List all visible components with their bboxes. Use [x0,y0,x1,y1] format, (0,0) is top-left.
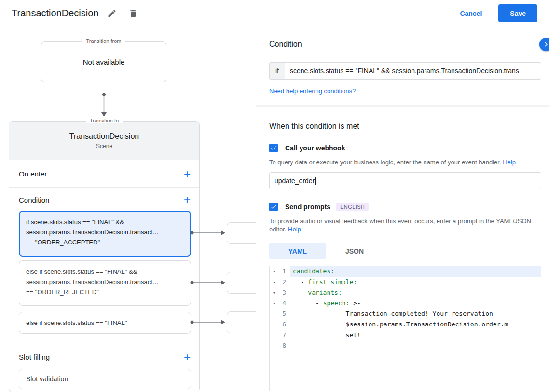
condition-input[interactable]: scene.slots.status == "FINAL" && session… [285,62,541,80]
fold-spacer [270,309,278,319]
code-line [290,340,541,351]
code-line: - first_simple: [290,277,541,287]
code-line: set! [290,330,541,340]
top-bar: TransactionDecision Cancel Save [0,0,549,27]
line-number: 5 [278,309,290,319]
plus-icon: + [184,193,191,206]
tab-yaml[interactable]: YAML [269,243,326,259]
line-number: 8 [278,340,290,351]
condition-card[interactable]: else if scene.slots.status == "FINAL" [19,312,191,334]
add-slot-button[interactable]: + [182,352,192,362]
pencil-icon [107,9,117,18]
scene-title: TransactionDecision [69,132,139,141]
prompts-checkbox-row: Send prompts ENGLISH [269,203,541,211]
conditions-help-link[interactable]: Need help entering conditions? [269,87,356,95]
add-condition-button[interactable]: + [182,195,192,204]
webhook-checkbox[interactable] [269,144,278,152]
line-number: 1 [278,266,290,277]
add-on-enter-button[interactable]: + [182,169,192,179]
webhook-label: Call your webhook [285,144,345,152]
editor-line[interactable]: 6 $session.params.TransactionDecision.or… [270,319,541,330]
language-badge: ENGLISH [336,203,369,211]
condition-card[interactable]: else if scene.slots.status == "FINAL" &&… [19,260,191,306]
transition-to-node[interactable]: Transition to TransactionDecision Scene … [9,121,200,392]
editor-line[interactable]: 5 Transaction completed! Your reservatio… [270,309,541,319]
check-icon [270,145,277,151]
editor-line[interactable]: ▾3 variants: [270,287,541,298]
line-number: 3 [278,287,290,298]
editor-tabs: YAML JSON [269,243,541,259]
fold-arrow-icon[interactable]: ▾ [270,287,278,298]
code-line: Transaction completed! Your reservation [290,309,541,319]
edit-title-button[interactable] [104,6,120,21]
condition-card-line: else if scene.slots.status == "FINAL" [26,318,184,328]
collapse-panel-button[interactable] [539,38,549,51]
fold-arrow-icon[interactable]: ▾ [270,266,278,277]
slot-filling-label: Slot filling [19,353,50,361]
delete-scene-button[interactable] [125,6,141,21]
condition-card-line: if scene.slots.status == "FINAL" && [26,217,184,227]
prompts-help-link[interactable]: Help [288,226,301,233]
condition-card-line: session.params.TransactionDecision.trans… [26,277,184,287]
tab-json[interactable]: JSON [326,243,383,259]
cancel-button[interactable]: Cancel [452,6,490,21]
main-content: Transition from Not available Transition… [0,27,549,392]
condition-heading: Condition [269,40,541,49]
slot-validation-label: Slot validation [26,375,68,383]
transition-target-node[interactable] [227,311,256,333]
webhook-description: To query data or execute your business l… [269,158,539,166]
transition-to-label: Transition to [86,118,123,123]
transition-from-node[interactable]: Transition from Not available [41,41,166,82]
editor-line[interactable]: ▾4 - speech: >- [270,298,541,309]
condition-card-line: == "ORDER_REJECTED" [26,287,184,297]
fold-spacer [270,319,278,330]
scene-header: TransactionDecision Scene [9,122,199,160]
condition-card-line: session.params.TransactionDecision.trans… [26,227,184,237]
line-number: 2 [278,277,290,287]
yaml-editor[interactable]: ▾1candidates:▾2 - first_simple:▾3 varian… [269,266,541,391]
code-line: variants: [290,287,541,298]
webhook-help-link[interactable]: Help [503,159,516,166]
section-divider [256,105,549,107]
chevron-right-icon [542,40,549,49]
when-condition-met-heading: When this condition is met [269,122,541,131]
conditions-help-row: Need help entering conditions? [269,86,541,95]
transition-target-node[interactable] [227,272,256,294]
transition-target-node[interactable] [227,222,256,244]
slot-validation-card[interactable]: Slot validation [19,369,191,389]
fold-arrow-icon[interactable]: ▾ [270,277,278,287]
on-enter-label: On enter [19,170,47,178]
fold-arrow-icon[interactable]: ▾ [270,298,278,309]
check-icon [270,203,277,210]
condition-if-prefix: if [269,62,285,80]
text-caret [315,177,316,185]
webhook-input-value: update_order [274,177,315,185]
webhook-checkbox-row: Call your webhook [269,144,541,152]
prompts-checkbox[interactable] [269,203,278,211]
condition-input-row: if scene.slots.status == "FINAL" && sess… [269,62,541,80]
flow-canvas[interactable]: Transition from Not available Transition… [0,27,256,392]
code-line: $session.params.TransactionDecision.orde… [290,319,541,330]
editor-line[interactable]: ▾1candidates: [270,266,541,277]
on-enter-section: On enter + [9,161,199,188]
line-number: 7 [278,330,290,340]
code-line: candidates: [290,266,541,277]
editor-line[interactable]: 8 [270,340,541,351]
webhook-description-text: To query data or execute your business l… [269,159,501,166]
editor-line[interactable]: 7 set! [270,330,541,340]
prompts-description: To provide audio or visual feedback when… [269,217,539,233]
prompts-description-text: To provide audio or visual feedback when… [269,217,531,233]
transition-from-content: Not available [83,58,125,66]
condition-card[interactable]: if scene.slots.status == "FINAL" && sess… [19,211,191,257]
save-button[interactable]: Save [498,4,537,22]
line-number: 4 [278,298,290,309]
webhook-input[interactable]: update_order [269,172,541,189]
transition-from-label: Transition from [82,38,125,44]
prompts-label: Send prompts [285,203,330,211]
fold-spacer [270,330,278,340]
editor-line[interactable]: ▾2 - first_simple: [270,277,541,287]
plus-icon: + [184,167,191,180]
scene-subtitle: Scene [96,143,112,149]
code-line: - speech: >- [290,298,541,309]
detail-panel: Condition if scene.slots.status == "FINA… [256,27,549,392]
